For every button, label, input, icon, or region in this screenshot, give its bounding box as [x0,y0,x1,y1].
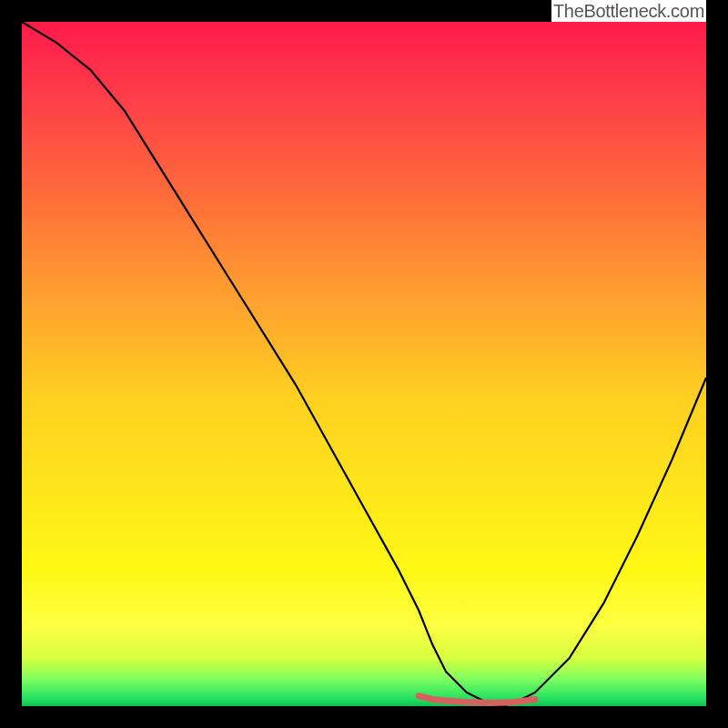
chart-svg [22,22,706,706]
plot-area [22,22,706,706]
curve-line [22,22,706,706]
attribution-label: TheBottleneck.com [551,0,706,22]
chart-frame: TheBottleneck.com [0,0,728,728]
